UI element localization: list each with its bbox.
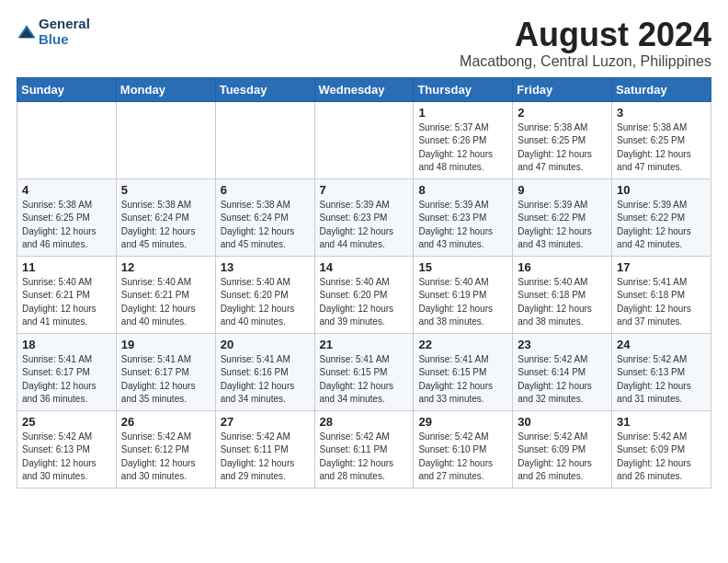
table-row: 7Sunrise: 5:39 AMSunset: 6:23 PMDaylight… [314, 178, 414, 256]
table-row: 28Sunrise: 5:42 AMSunset: 6:11 PMDayligh… [314, 410, 414, 488]
day-info: Sunrise: 5:40 AMSunset: 6:19 PMDaylight:… [418, 276, 507, 329]
calendar-table: Sunday Monday Tuesday Wednesday Thursday… [17, 77, 711, 488]
day-info: Sunrise: 5:42 AMSunset: 6:11 PMDaylight:… [320, 431, 409, 484]
logo-blue: Blue [39, 32, 90, 48]
header: General Blue August 2024 Macatbong, Cent… [17, 17, 711, 70]
day-info: Sunrise: 5:40 AMSunset: 6:18 PMDaylight:… [518, 276, 607, 329]
table-row: 4Sunrise: 5:38 AMSunset: 6:25 PMDaylight… [17, 178, 117, 256]
table-row: 10Sunrise: 5:39 AMSunset: 6:22 PMDayligh… [612, 178, 711, 256]
day-number: 15 [418, 260, 507, 274]
day-number: 29 [418, 415, 507, 429]
day-info: Sunrise: 5:37 AMSunset: 6:26 PMDaylight:… [418, 121, 507, 175]
calendar-week-row: 4Sunrise: 5:38 AMSunset: 6:25 PMDaylight… [17, 178, 711, 256]
col-sunday: Sunday [17, 77, 117, 101]
logo-area: General Blue [17, 17, 90, 47]
table-row [215, 101, 314, 178]
day-number: 5 [121, 183, 210, 197]
table-row: 19Sunrise: 5:41 AMSunset: 6:17 PMDayligh… [116, 333, 215, 410]
day-info: Sunrise: 5:40 AMSunset: 6:21 PMDaylight:… [22, 276, 111, 329]
table-row: 2Sunrise: 5:38 AMSunset: 6:25 PMDaylight… [513, 101, 612, 178]
table-row: 16Sunrise: 5:40 AMSunset: 6:18 PMDayligh… [513, 256, 612, 333]
day-number: 14 [320, 260, 409, 274]
table-row: 15Sunrise: 5:40 AMSunset: 6:19 PMDayligh… [414, 256, 513, 333]
day-info: Sunrise: 5:40 AMSunset: 6:20 PMDaylight:… [320, 276, 409, 329]
col-friday: Friday [513, 77, 612, 101]
title-area: August 2024 Macatbong, Central Luzon, Ph… [460, 17, 711, 70]
calendar-header-row: Sunday Monday Tuesday Wednesday Thursday… [17, 77, 711, 101]
day-number: 6 [221, 183, 310, 197]
table-row: 24Sunrise: 5:42 AMSunset: 6:13 PMDayligh… [612, 333, 711, 410]
day-info: Sunrise: 5:42 AMSunset: 6:09 PMDaylight:… [518, 431, 607, 484]
logo-icon [17, 23, 37, 43]
table-row: 11Sunrise: 5:40 AMSunset: 6:21 PMDayligh… [17, 256, 117, 333]
calendar-week-row: 1Sunrise: 5:37 AMSunset: 6:26 PMDaylight… [17, 101, 711, 178]
day-info: Sunrise: 5:39 AMSunset: 6:23 PMDaylight:… [418, 199, 507, 252]
day-number: 2 [518, 106, 607, 120]
day-number: 4 [22, 183, 111, 197]
day-number: 12 [121, 260, 210, 274]
day-number: 22 [418, 338, 507, 351]
day-number: 10 [617, 183, 706, 197]
table-row [314, 101, 414, 178]
day-info: Sunrise: 5:38 AMSunset: 6:25 PMDaylight:… [617, 121, 706, 175]
col-thursday: Thursday [414, 77, 513, 101]
calendar-week-row: 25Sunrise: 5:42 AMSunset: 6:13 PMDayligh… [17, 410, 711, 488]
day-info: Sunrise: 5:41 AMSunset: 6:15 PMDaylight:… [418, 353, 507, 407]
day-number: 8 [418, 183, 507, 197]
day-info: Sunrise: 5:40 AMSunset: 6:20 PMDaylight:… [221, 276, 310, 329]
day-number: 30 [518, 415, 607, 429]
col-tuesday: Tuesday [215, 77, 314, 101]
day-info: Sunrise: 5:42 AMSunset: 6:10 PMDaylight:… [418, 431, 507, 484]
table-row: 14Sunrise: 5:40 AMSunset: 6:20 PMDayligh… [314, 256, 414, 333]
logo-general: General [39, 17, 90, 32]
day-number: 1 [418, 106, 507, 120]
day-number: 21 [320, 338, 409, 351]
day-number: 25 [22, 415, 111, 429]
table-row: 21Sunrise: 5:41 AMSunset: 6:15 PMDayligh… [314, 333, 414, 410]
day-info: Sunrise: 5:41 AMSunset: 6:15 PMDaylight:… [320, 353, 409, 407]
day-info: Sunrise: 5:42 AMSunset: 6:14 PMDaylight:… [518, 353, 607, 407]
day-number: 9 [518, 183, 607, 197]
table-row: 27Sunrise: 5:42 AMSunset: 6:11 PMDayligh… [215, 410, 314, 488]
day-number: 23 [518, 338, 607, 351]
table-row: 9Sunrise: 5:39 AMSunset: 6:22 PMDaylight… [513, 178, 612, 256]
col-wednesday: Wednesday [314, 77, 414, 101]
table-row [17, 101, 117, 178]
day-number: 7 [320, 183, 409, 197]
calendar-week-row: 18Sunrise: 5:41 AMSunset: 6:17 PMDayligh… [17, 333, 711, 410]
day-number: 24 [617, 338, 706, 351]
day-info: Sunrise: 5:39 AMSunset: 6:22 PMDaylight:… [617, 199, 706, 252]
table-row: 29Sunrise: 5:42 AMSunset: 6:10 PMDayligh… [414, 410, 513, 488]
day-number: 18 [22, 338, 111, 351]
calendar-subtitle: Macatbong, Central Luzon, Philippines [460, 53, 711, 70]
day-number: 28 [320, 415, 409, 429]
day-info: Sunrise: 5:41 AMSunset: 6:16 PMDaylight:… [221, 353, 310, 407]
table-row: 25Sunrise: 5:42 AMSunset: 6:13 PMDayligh… [17, 410, 117, 488]
calendar-title: August 2024 [460, 17, 711, 53]
day-info: Sunrise: 5:40 AMSunset: 6:21 PMDaylight:… [121, 276, 210, 329]
day-info: Sunrise: 5:41 AMSunset: 6:17 PMDaylight:… [22, 353, 111, 407]
table-row: 26Sunrise: 5:42 AMSunset: 6:12 PMDayligh… [116, 410, 215, 488]
day-info: Sunrise: 5:41 AMSunset: 6:17 PMDaylight:… [121, 353, 210, 407]
table-row: 12Sunrise: 5:40 AMSunset: 6:21 PMDayligh… [116, 256, 215, 333]
day-number: 3 [617, 106, 706, 120]
day-number: 17 [617, 260, 706, 274]
table-row: 8Sunrise: 5:39 AMSunset: 6:23 PMDaylight… [414, 178, 513, 256]
day-number: 11 [22, 260, 111, 274]
day-number: 27 [221, 415, 310, 429]
table-row: 31Sunrise: 5:42 AMSunset: 6:09 PMDayligh… [612, 410, 711, 488]
table-row: 1Sunrise: 5:37 AMSunset: 6:26 PMDaylight… [414, 101, 513, 178]
table-row: 23Sunrise: 5:42 AMSunset: 6:14 PMDayligh… [513, 333, 612, 410]
day-info: Sunrise: 5:39 AMSunset: 6:23 PMDaylight:… [320, 199, 409, 252]
day-info: Sunrise: 5:41 AMSunset: 6:18 PMDaylight:… [617, 276, 706, 329]
table-row [116, 101, 215, 178]
day-info: Sunrise: 5:42 AMSunset: 6:13 PMDaylight:… [617, 353, 706, 407]
day-info: Sunrise: 5:42 AMSunset: 6:13 PMDaylight:… [22, 431, 111, 484]
day-info: Sunrise: 5:38 AMSunset: 6:24 PMDaylight:… [121, 199, 210, 252]
page: General Blue August 2024 Macatbong, Cent… [0, 0, 728, 500]
day-number: 19 [121, 338, 210, 351]
day-info: Sunrise: 5:42 AMSunset: 6:11 PMDaylight:… [221, 431, 310, 484]
table-row: 5Sunrise: 5:38 AMSunset: 6:24 PMDaylight… [116, 178, 215, 256]
day-info: Sunrise: 5:42 AMSunset: 6:12 PMDaylight:… [121, 431, 210, 484]
day-info: Sunrise: 5:39 AMSunset: 6:22 PMDaylight:… [518, 199, 607, 252]
